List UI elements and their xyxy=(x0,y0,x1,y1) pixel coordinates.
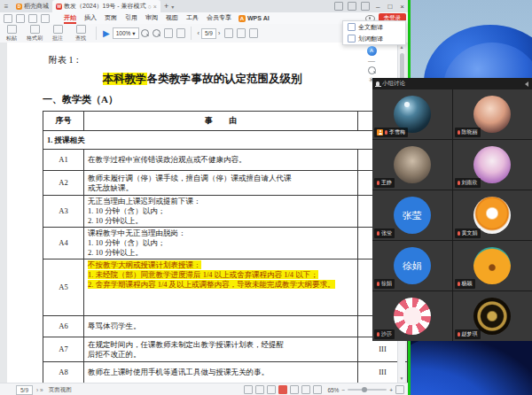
view-mode-icon-5[interactable] xyxy=(301,385,310,394)
status-zoom-value[interactable]: 65% xyxy=(327,387,339,393)
zoom-combo[interactable]: 100% ▾ xyxy=(113,27,139,39)
table-row: A3 无正当理由上课迟到或提前下课： 1. 10 分钟（含）以内； 2. 10 … xyxy=(43,196,408,228)
participant-tile[interactable]: 杨颖 xyxy=(453,241,532,290)
menu-reference[interactable]: 引用 xyxy=(125,13,137,24)
maximize-button[interactable]: □ xyxy=(386,3,394,11)
zoom-in-icon[interactable] xyxy=(141,29,149,37)
participant-tile[interactable]: 徐娟 徐娟 xyxy=(372,241,452,290)
wps-status-bar: 5/9 › » 页面视图 65% − + xyxy=(0,383,410,395)
play-icon[interactable]: ▶ xyxy=(103,28,110,38)
word-translate-item[interactable]: 划词翻译 xyxy=(343,33,405,44)
wps-ai-assistant-icon[interactable]: A xyxy=(367,46,377,56)
find-button[interactable]: 查找 xyxy=(69,25,92,43)
participant-tile[interactable]: 刘雨欣 xyxy=(453,140,532,190)
collapse-icon[interactable]: — xyxy=(368,58,375,64)
avatar-with-text: 徐娟 xyxy=(394,247,431,284)
minimize-button[interactable]: – xyxy=(374,3,381,11)
close-button[interactable]: × xyxy=(398,3,406,11)
highlight-tool-icon[interactable] xyxy=(249,28,258,38)
document-page[interactable]: 附表 1： 本科教学各类教学事故的认定范围及级别 一、教学类（A） 序号 事 由… xyxy=(7,43,397,383)
view-mode-icon-3[interactable] xyxy=(267,385,276,394)
name-chip: 刘雨欣 xyxy=(455,178,481,188)
undo-icon[interactable] xyxy=(28,14,37,23)
format-painter-button[interactable]: 格式刷 xyxy=(23,25,46,43)
participant-tile[interactable]: 陈晓丽 xyxy=(453,89,532,139)
zoom-minus-button[interactable]: − xyxy=(341,387,345,393)
active-view-mode-icon[interactable] xyxy=(278,385,287,394)
fit-page-icon[interactable] xyxy=(395,385,404,394)
name-chip: 张莹 xyxy=(374,228,395,238)
docer-tab[interactable]: D 稻壳商城 xyxy=(12,0,52,12)
scroll-down-icon[interactable]: ▼ xyxy=(399,376,404,381)
participant-tile[interactable]: 黄文娟 xyxy=(453,190,532,240)
menu-view[interactable]: 视图 xyxy=(166,13,178,24)
participant-name: 张莹 xyxy=(381,229,392,237)
zoom-slider-knob[interactable] xyxy=(362,387,367,392)
comment-button[interactable]: 批注 xyxy=(46,25,69,43)
header-no: 序号 xyxy=(43,112,84,131)
close-tab-icon[interactable]: × xyxy=(153,4,157,10)
full-text-translate-label: 全文翻译 xyxy=(358,23,383,32)
view-mode-icon-2[interactable] xyxy=(255,385,264,394)
participant-tile[interactable]: 赵梦琪 xyxy=(453,291,532,341)
view-mode-icon-4[interactable] xyxy=(290,385,299,394)
mic-status-icon xyxy=(458,332,460,337)
menu-member[interactable]: 会员专享 xyxy=(207,13,231,24)
home-menu-icon[interactable]: ≡ xyxy=(0,3,12,11)
name-chip: 徐娟 xyxy=(374,279,395,289)
participant-name: 李雪梅 xyxy=(389,128,405,136)
full-text-translate-item[interactable]: 全文翻译 xyxy=(343,21,405,33)
menu-page[interactable]: 页面 xyxy=(105,13,117,24)
participant-tile[interactable]: 张莹 张莹 xyxy=(372,190,452,240)
wps-window: ≡ D 稻壳商城 W 教发（2024）19号 - 兼容模式 ○ × + ▾ – … xyxy=(0,0,410,395)
menu-review[interactable]: 审阅 xyxy=(145,13,158,24)
meeting-header[interactable]: 小组讨论 xyxy=(372,78,532,89)
docer-tab-label: 稻壳商城 xyxy=(24,2,49,11)
paste-button[interactable]: 粘贴 xyxy=(0,25,23,43)
prev-page-icon[interactable]: ‹ xyxy=(198,30,200,36)
mic-icon[interactable] xyxy=(376,81,379,87)
layout-icon[interactable] xyxy=(334,2,343,11)
status-page-indicator[interactable]: 5/9 xyxy=(16,385,33,395)
table-header-row: 序号 事 由 级别 xyxy=(43,112,408,131)
participant-tile[interactable]: 沙莎 xyxy=(372,291,452,341)
redo-icon[interactable] xyxy=(41,14,50,23)
document-tab[interactable]: W 教发（2024）19号 - 兼容模式 ○ × xyxy=(52,0,160,12)
print-icon[interactable] xyxy=(16,14,25,23)
row-id: A5 xyxy=(43,259,84,316)
table-row: A6 辱骂体罚学生。 III-I xyxy=(43,316,408,337)
participant-tile[interactable]: 王静 xyxy=(372,140,452,190)
zoom-out-icon[interactable] xyxy=(153,29,160,37)
theme-icon[interactable] xyxy=(348,2,356,11)
page-nav-value[interactable]: 5/9 xyxy=(201,28,216,39)
title-rest: 各类教学事故的认定范围及级别 xyxy=(147,73,302,85)
page-navigation: ‹ 5/9 › xyxy=(198,28,221,39)
view-mode-icon-1[interactable] xyxy=(244,385,253,394)
participant-tile[interactable]: 李雪梅 xyxy=(372,89,452,139)
double-page-icon[interactable] xyxy=(176,28,185,38)
save-icon[interactable] xyxy=(4,14,12,23)
zoom-plus-button[interactable]: + xyxy=(389,387,393,393)
settings-icon[interactable] xyxy=(361,2,370,11)
next-page-icon[interactable]: › xyxy=(218,30,220,36)
single-page-icon[interactable] xyxy=(164,28,173,38)
translate-icon xyxy=(348,23,356,31)
status-page-arrows[interactable]: › » xyxy=(36,387,43,393)
menu-tools[interactable]: 工具 xyxy=(186,13,199,24)
new-tab-button[interactable]: + xyxy=(164,2,168,11)
avatar-with-text: 张莹 xyxy=(394,197,431,234)
tab-list-caret-icon[interactable]: ▾ xyxy=(171,4,174,10)
zoom-slider[interactable] xyxy=(348,389,387,391)
view-mode-icon-6[interactable] xyxy=(313,385,322,394)
background-icon[interactable] xyxy=(237,28,246,38)
row-text: 无正当理由上课迟到或提前下课： 1. 10 分钟（含）以内； 2. 10 分钟以… xyxy=(84,196,358,228)
menu-items: 开始 插入 页面 引用 审阅 视图 工具 会员专享 xyxy=(64,13,231,24)
menu-insert[interactable]: 插入 xyxy=(84,13,97,24)
translate-dropdown: 全文翻译 划词翻译 xyxy=(342,20,406,45)
search-icon[interactable] xyxy=(368,66,376,74)
wps-ai-label[interactable]: WPS AI xyxy=(247,15,270,21)
document-title: 本科教学各类教学事故的认定范围及级别 xyxy=(7,72,397,87)
toc-icon[interactable] xyxy=(224,28,233,38)
volume-icon[interactable] xyxy=(525,81,528,87)
menu-start[interactable]: 开始 xyxy=(64,13,76,24)
